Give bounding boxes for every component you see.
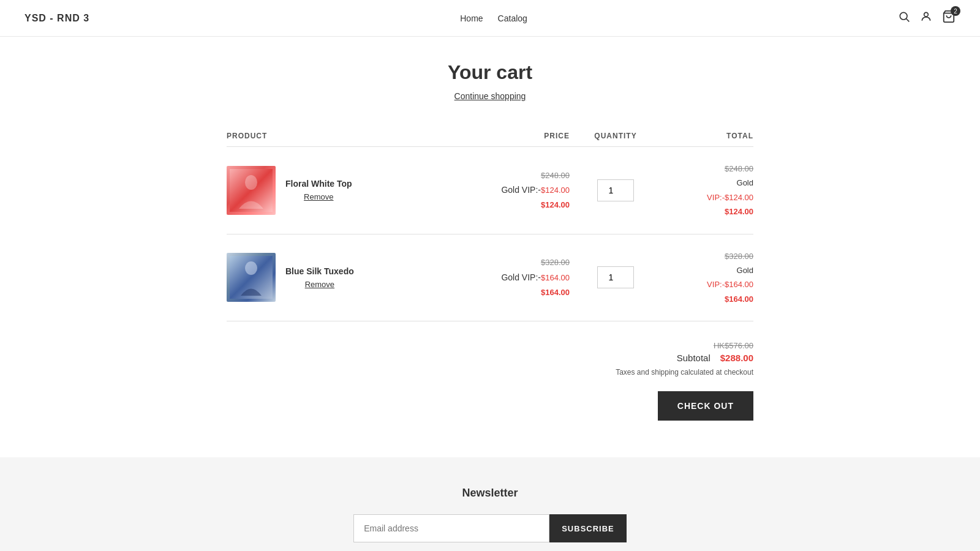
price-final-1: $124.00 [447,198,570,212]
svg-point-2 [924,12,929,17]
qty-input-1[interactable] [597,179,634,201]
remove-button-1[interactable]: Remove [285,192,352,201]
price-cell-1: $248.00 Gold VIP:-$124.00 $124.00 [447,168,570,212]
footer: Newsletter SUBSCRIBE [0,457,980,551]
total-cell-2: $328.00 Gold VIP:-$164.00 $164.00 [662,249,753,307]
price-final-2: $164.00 [447,285,570,299]
total-final-1: $124.00 [662,204,753,219]
nav-catalog[interactable]: Catalog [498,13,527,23]
cart-summary: HK$576.00 Subtotal $288.00 Taxes and shi… [227,341,753,421]
total-vip-label-2: Gold [662,263,753,277]
total-vip-row-1: VIP:-$124.00 [662,190,753,204]
checkout-button[interactable]: CHECK OUT [658,391,753,421]
continue-shopping-link[interactable]: Continue shopping [227,91,753,101]
svg-point-5 [245,175,257,190]
email-input[interactable] [353,514,549,542]
site-logo: YSD - RND 3 [24,13,89,24]
col-header-total: TOTAL [662,132,753,140]
product-name-2: Blue Silk Tuxedo [285,266,354,276]
tuxedo-img [230,256,273,299]
qty-cell-2 [570,266,662,288]
cart-row-1: Floral White Top Remove $248.00 Gold VIP… [227,147,753,234]
nav-home[interactable]: Home [460,13,483,23]
qty-input-2[interactable] [597,266,634,288]
total-final-2: $164.00 [662,292,753,306]
total-vip-row-2: VIP:-$164.00 [662,277,753,291]
header-icons: 2 [898,10,956,26]
col-header-price: PRICE [447,132,570,140]
total-cell-1: $248.00 Gold VIP:-$124.00 $124.00 [662,162,753,219]
main-nav: Home Catalog [460,13,527,23]
col-header-product: PRODUCT [227,132,447,140]
product-cell-1: Floral White Top Remove [227,166,447,215]
newsletter-form: SUBSCRIBE [12,514,968,542]
svg-point-0 [900,12,907,20]
total-original-2: $328.00 [662,249,753,263]
svg-point-7 [245,261,257,275]
subtotal-row: Subtotal $288.00 [677,353,753,363]
price-vip-value-1: $124.00 [541,186,570,195]
price-vip-value-2: $164.00 [541,273,570,282]
remove-button-2[interactable]: Remove [285,280,354,289]
total-vip-label-1: Gold [662,176,753,190]
product-info-2: Blue Silk Tuxedo Remove [285,266,354,289]
cart-count: 2 [951,6,960,16]
price-vip-2: Gold VIP:-$164.00 [447,270,570,285]
price-cell-2: $328.00 Gold VIP:-$164.00 $164.00 [447,255,570,299]
product-cell-2: Blue Silk Tuxedo Remove [227,253,447,302]
subtotal-value: $288.00 [720,353,753,363]
price-original-1: $248.00 [447,168,570,182]
main-content: Your cart Continue shopping PRODUCT PRIC… [214,37,766,457]
qty-cell-1 [570,179,662,201]
subtotal-label: Subtotal [677,353,710,363]
floral-top-img [230,169,273,212]
search-button[interactable] [898,10,910,26]
product-image-1 [227,166,276,215]
svg-line-1 [907,19,910,22]
cart-button[interactable]: 2 [942,10,956,26]
price-vip-label-1: Gold VIP:- [501,185,541,195]
cart-table-header: PRODUCT PRICE QUANTITY TOTAL [227,126,753,147]
account-button[interactable] [920,10,932,26]
product-name-1: Floral White Top [285,179,352,189]
subscribe-button[interactable]: SUBSCRIBE [549,514,627,542]
total-original-1: $248.00 [662,162,753,176]
col-header-quantity: QUANTITY [570,132,662,140]
page-title: Your cart [227,61,753,84]
price-vip-label-2: Gold VIP:- [501,272,541,282]
user-icon [920,10,932,23]
subtotal-original: HK$576.00 [714,341,753,350]
newsletter-title: Newsletter [12,487,968,500]
price-vip-1: Gold VIP:-$124.00 [447,182,570,198]
price-original-2: $328.00 [447,255,570,269]
product-image-2 [227,253,276,302]
search-icon [898,10,910,23]
cart-row-2: Blue Silk Tuxedo Remove $328.00 Gold VIP… [227,234,753,322]
site-header: YSD - RND 3 Home Catalog 2 [0,0,980,37]
taxes-note: Taxes and shipping calculated at checkou… [616,368,753,377]
product-info-1: Floral White Top Remove [285,179,352,201]
